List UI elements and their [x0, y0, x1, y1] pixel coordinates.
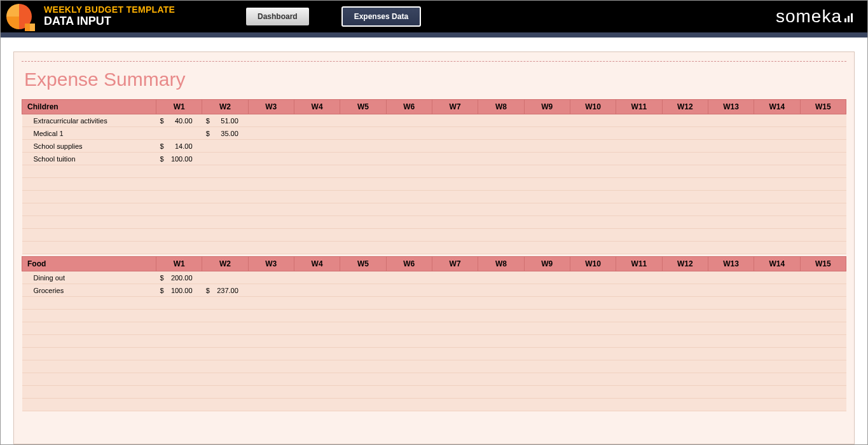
empty-cell[interactable]: [662, 297, 708, 310]
empty-cell[interactable]: [478, 297, 524, 310]
cell[interactable]: [708, 127, 754, 140]
empty-cell[interactable]: [202, 297, 248, 310]
empty-cell[interactable]: [800, 242, 846, 254]
empty-cell[interactable]: [294, 178, 340, 191]
cell[interactable]: [662, 127, 708, 140]
empty-cell[interactable]: [570, 165, 616, 178]
empty-cell[interactable]: [386, 360, 432, 373]
empty-cell[interactable]: [386, 373, 432, 386]
empty-cell[interactable]: [156, 297, 202, 310]
empty-cell[interactable]: [662, 191, 708, 203]
empty-cell[interactable]: [616, 242, 662, 254]
cell[interactable]: [524, 153, 570, 165]
empty-cell[interactable]: [478, 373, 524, 386]
empty-cell[interactable]: [662, 399, 708, 411]
cell[interactable]: [202, 153, 248, 165]
cell[interactable]: [386, 114, 432, 127]
empty-cell[interactable]: [386, 229, 432, 242]
empty-cell[interactable]: [156, 229, 202, 242]
empty-cell[interactable]: [22, 165, 156, 178]
empty-cell[interactable]: [570, 242, 616, 254]
empty-cell[interactable]: [156, 386, 202, 399]
empty-cell[interactable]: [754, 373, 800, 386]
empty-cell[interactable]: [570, 310, 616, 322]
cell[interactable]: [248, 284, 294, 297]
empty-cell[interactable]: [22, 360, 156, 373]
empty-cell[interactable]: [294, 297, 340, 310]
empty-cell[interactable]: [524, 216, 570, 229]
empty-cell[interactable]: [156, 165, 202, 178]
cell[interactable]: [386, 153, 432, 165]
empty-cell[interactable]: [432, 165, 478, 178]
empty-cell[interactable]: [340, 322, 386, 335]
empty-cell[interactable]: [616, 203, 662, 216]
empty-cell[interactable]: [156, 348, 202, 360]
empty-cell[interactable]: [800, 310, 846, 322]
empty-cell[interactable]: [432, 191, 478, 203]
empty-cell[interactable]: [708, 178, 754, 191]
empty-cell[interactable]: [386, 203, 432, 216]
empty-cell[interactable]: [524, 335, 570, 348]
empty-cell[interactable]: [754, 322, 800, 335]
empty-cell[interactable]: [432, 216, 478, 229]
empty-cell[interactable]: [708, 203, 754, 216]
empty-cell[interactable]: [340, 399, 386, 411]
empty-cell[interactable]: [800, 322, 846, 335]
empty-cell[interactable]: [22, 242, 156, 254]
empty-cell[interactable]: [386, 335, 432, 348]
empty-cell[interactable]: [478, 242, 524, 254]
empty-cell[interactable]: [156, 335, 202, 348]
cell[interactable]: [524, 140, 570, 153]
empty-cell[interactable]: [248, 229, 294, 242]
cell[interactable]: [570, 127, 616, 140]
empty-cell[interactable]: [294, 348, 340, 360]
empty-cell[interactable]: [386, 165, 432, 178]
empty-cell[interactable]: [570, 203, 616, 216]
cell[interactable]: [202, 140, 248, 153]
cell[interactable]: [294, 140, 340, 153]
cell[interactable]: [294, 284, 340, 297]
empty-cell[interactable]: [662, 165, 708, 178]
empty-cell[interactable]: [294, 399, 340, 411]
empty-cell[interactable]: [616, 178, 662, 191]
cell[interactable]: [248, 271, 294, 284]
cell[interactable]: [432, 153, 478, 165]
cell[interactable]: [708, 140, 754, 153]
empty-cell[interactable]: [754, 242, 800, 254]
empty-cell[interactable]: [708, 386, 754, 399]
empty-cell[interactable]: [800, 386, 846, 399]
cell[interactable]: [800, 284, 846, 297]
empty-cell[interactable]: [524, 399, 570, 411]
cell[interactable]: [754, 114, 800, 127]
empty-cell[interactable]: [662, 360, 708, 373]
empty-cell[interactable]: [524, 373, 570, 386]
empty-cell[interactable]: [478, 360, 524, 373]
empty-cell[interactable]: [616, 386, 662, 399]
cell[interactable]: [248, 153, 294, 165]
empty-cell[interactable]: [202, 242, 248, 254]
cell[interactable]: [248, 114, 294, 127]
cell[interactable]: [570, 140, 616, 153]
empty-cell[interactable]: [662, 348, 708, 360]
empty-cell[interactable]: [294, 386, 340, 399]
cell[interactable]: [662, 140, 708, 153]
empty-cell[interactable]: [432, 322, 478, 335]
empty-cell[interactable]: [754, 165, 800, 178]
empty-cell[interactable]: [248, 191, 294, 203]
empty-cell[interactable]: [570, 373, 616, 386]
empty-cell[interactable]: [708, 216, 754, 229]
cell[interactable]: [616, 153, 662, 165]
empty-cell[interactable]: [662, 178, 708, 191]
empty-cell[interactable]: [22, 386, 156, 399]
cell[interactable]: [754, 127, 800, 140]
empty-cell[interactable]: [616, 399, 662, 411]
empty-cell[interactable]: [708, 191, 754, 203]
empty-cell[interactable]: [616, 335, 662, 348]
empty-cell[interactable]: [432, 229, 478, 242]
empty-cell[interactable]: [708, 373, 754, 386]
empty-cell[interactable]: [432, 297, 478, 310]
empty-cell[interactable]: [202, 386, 248, 399]
cell[interactable]: [202, 271, 248, 284]
empty-cell[interactable]: [22, 373, 156, 386]
empty-cell[interactable]: [156, 322, 202, 335]
